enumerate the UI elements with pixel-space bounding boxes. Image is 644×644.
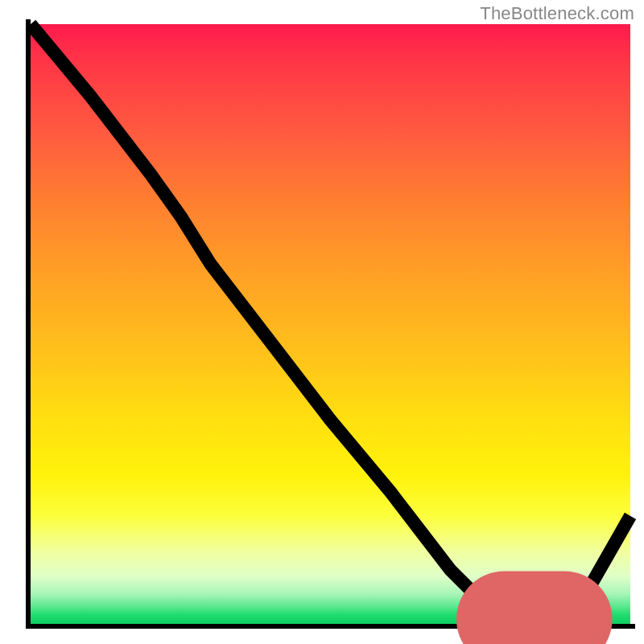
chart-svg	[31, 24, 630, 624]
bottleneck-curve-line	[31, 24, 630, 624]
watermark-text: TheBottleneck.com	[480, 3, 634, 24]
chart-plot-area	[31, 24, 630, 624]
